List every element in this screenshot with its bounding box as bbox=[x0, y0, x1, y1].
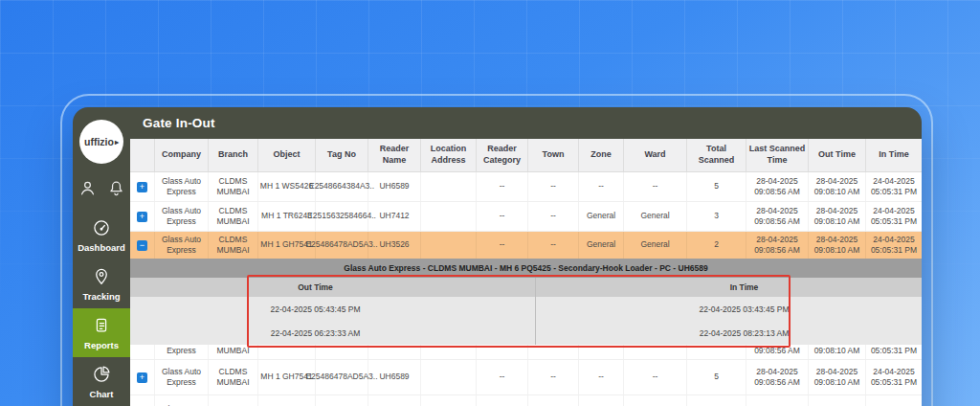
subtable-header-label: Out Time bbox=[298, 282, 333, 292]
cell-company: Glass Auto Express bbox=[155, 395, 209, 406]
sidebar-item-tracking[interactable]: Tracking bbox=[73, 259, 130, 308]
expand-row-button[interactable]: + bbox=[137, 182, 147, 192]
app-logo[interactable]: uffizio▸ bbox=[79, 120, 123, 164]
expand-row-button[interactable]: + bbox=[137, 212, 147, 222]
cell-reader-name: UH7412 bbox=[368, 202, 421, 231]
cell-location-address bbox=[421, 395, 477, 406]
header-cell: Out Time bbox=[809, 139, 866, 171]
cell-town: -- bbox=[528, 172, 579, 201]
expander-cell: + bbox=[130, 172, 155, 201]
cell-reader-category: -- bbox=[477, 232, 528, 259]
cell-object: MH 1 GH7541 bbox=[258, 395, 316, 406]
subtable-cell: 22-04-2025 06:23:33 AM bbox=[130, 321, 535, 345]
cell-reader-name: UH6589 bbox=[368, 172, 421, 201]
cell-tag-no: E2515632584664.. bbox=[316, 202, 368, 231]
report-icon bbox=[92, 316, 111, 337]
header-cell: Reader Category bbox=[477, 139, 528, 171]
cell-tag-no: E25486478AD5A3.. bbox=[316, 360, 368, 395]
cell-in-time: 24-04-2025 05:05:31 PM bbox=[866, 202, 922, 231]
cell-town: -- bbox=[528, 202, 579, 231]
header-cell: Object bbox=[258, 139, 316, 171]
cell-out-time: 28-04-2025 09:08:10 AM bbox=[809, 172, 866, 201]
header-cell: Company bbox=[155, 139, 209, 171]
sidebar-quick-icons bbox=[78, 179, 125, 197]
expanded-subtable-body: 22-04-2025 05:43:45 PM22-04-2025 06:23:3… bbox=[130, 297, 922, 345]
cell-location-address bbox=[421, 172, 477, 201]
cell-object: MH 1 WS5426 bbox=[258, 172, 316, 201]
cell-in-time: 24-04-2025 05:05:31 PM bbox=[866, 232, 922, 259]
cell-total-scanned: 5 bbox=[687, 172, 746, 201]
cell-in-time: 24-04-2025 05:05:31 PM bbox=[866, 172, 922, 201]
subtable-cell: 22-04-2025 03:43:45 PM bbox=[536, 297, 922, 321]
expand-row-button[interactable]: + bbox=[137, 372, 147, 383]
cell-zone: General bbox=[579, 202, 624, 231]
cell-town bbox=[528, 345, 579, 360]
page-title: Gate In-Out bbox=[143, 116, 215, 130]
sidebar-item-dashboard[interactable]: Dashboard bbox=[73, 211, 130, 259]
cell-branch: CLDMS MUMBAI bbox=[209, 172, 258, 201]
cell-branch: CLDMS MUMBAI bbox=[209, 395, 258, 406]
cell-company: Glass Auto Express bbox=[155, 232, 209, 259]
cell-branch: CLDMS MUMBAI bbox=[209, 232, 258, 259]
user-icon[interactable] bbox=[78, 179, 97, 197]
sidebar-nav: Dashboard Tracking bbox=[73, 211, 130, 406]
subtable-column: 22-04-2025 05:43:45 PM22-04-2025 06:23:3… bbox=[130, 297, 536, 345]
header-cell: Town bbox=[528, 139, 579, 171]
bell-icon[interactable] bbox=[107, 179, 125, 197]
table-row: +Glass Auto ExpressCLDMS MUMBAIMH 1 GH75… bbox=[130, 395, 922, 406]
cell-last-scanned-time: 28-04-2025 09:08:56 AM bbox=[746, 232, 809, 259]
table-row: +Glass Auto ExpressCLDMS MUMBAIMH 1 GH75… bbox=[130, 360, 922, 395]
cell-location-address bbox=[421, 360, 477, 395]
cell-ward: General bbox=[624, 202, 687, 231]
cell-branch: MUMBAI bbox=[209, 345, 258, 360]
cell-last-scanned-time: 28-04-2025 09:08:56 AM bbox=[746, 172, 809, 201]
report-table: CompanyBranchObjectTag NoReader NameLoca… bbox=[130, 139, 922, 406]
cell-out-time: 28-04-2025 09:08:10 AM bbox=[809, 360, 866, 395]
cell-out-time: 28-04-2025 09:08:10 AM bbox=[809, 202, 866, 231]
cell-tag-no bbox=[316, 345, 368, 360]
sidebar-item-chart[interactable]: Chart bbox=[73, 357, 130, 406]
cell-company: Glass Auto Express bbox=[155, 172, 209, 201]
cell-zone: -- bbox=[579, 395, 624, 406]
subtable-cell-value: 22-04-2025 03:43:45 PM bbox=[699, 304, 789, 314]
cell-total-scanned: 5 bbox=[687, 360, 746, 395]
table-row: +Glass Auto ExpressCLDMS MUMBAIMH 1 TR62… bbox=[130, 202, 922, 232]
cell-ward: General bbox=[624, 232, 687, 259]
cell-reader-name: UH6589 bbox=[368, 395, 421, 406]
pie-chart-icon bbox=[92, 365, 111, 386]
subtable-cell-value: 22-04-2025 05:43:45 PM bbox=[270, 304, 360, 314]
cell-reader-category bbox=[477, 345, 528, 360]
cell-town: -- bbox=[528, 360, 579, 395]
cell-location-address bbox=[421, 345, 477, 360]
expander-cell: + bbox=[130, 395, 155, 406]
cell-total-scanned: 2 bbox=[687, 232, 746, 259]
cell-reader-name bbox=[368, 345, 421, 360]
cell-reader-name: UH6589 bbox=[368, 360, 421, 395]
expander-cell: − bbox=[130, 232, 155, 259]
sidebar-item-label: Tracking bbox=[82, 291, 120, 302]
cell-tag-no: E25486478AD5A3.. bbox=[316, 232, 368, 259]
sidebar-item-label: Chart bbox=[90, 389, 114, 399]
cell-ward: -- bbox=[624, 395, 687, 406]
sidebar-item-reports[interactable]: Reports bbox=[73, 308, 130, 357]
cell-last-scanned-time: 28-04-2025 09:08:56 AM bbox=[746, 202, 809, 231]
cell-town: -- bbox=[528, 395, 579, 406]
cell-last-scanned-time: 28-04-2025 09:08:56 AM bbox=[746, 395, 809, 406]
cell-last-scanned-time: 09:08:56 AM bbox=[746, 345, 809, 360]
collapse-row-button[interactable]: − bbox=[137, 240, 147, 251]
cell-in-time: 05:05:31 PM bbox=[866, 345, 922, 360]
location-pin-icon bbox=[92, 267, 111, 288]
cell-object bbox=[258, 345, 316, 360]
cell-total-scanned: 3 bbox=[687, 202, 746, 231]
header-cell: Tag No bbox=[316, 139, 368, 171]
cell-in-time: 24-04-2025 05:05:31 PM bbox=[866, 360, 922, 395]
cell-company: Express bbox=[155, 345, 209, 360]
table-header-row: CompanyBranchObjectTag NoReader NameLoca… bbox=[130, 139, 922, 172]
cell-out-time: 28-04-2025 09:08:10 AM bbox=[809, 232, 866, 259]
page-background: Gate In-Out uffizio▸ bbox=[0, 0, 980, 406]
subtable-column: 22-04-2025 03:43:45 PM22-04-2025 08:23:1… bbox=[536, 297, 922, 345]
cell-town: -- bbox=[528, 232, 579, 259]
expander-cell: + bbox=[130, 202, 155, 231]
cell-zone bbox=[579, 345, 624, 360]
cell-in-time: 24-04-2025 05:05:31 PM bbox=[866, 395, 922, 406]
